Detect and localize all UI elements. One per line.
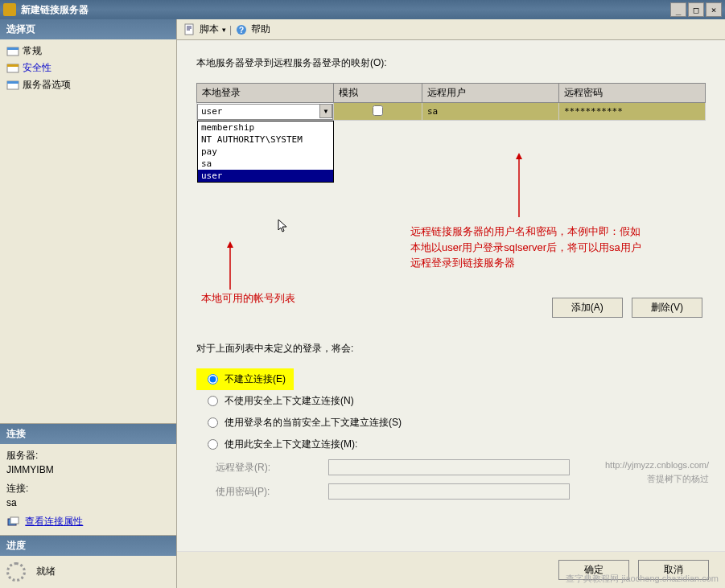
local-login-combo[interactable] <box>197 104 333 120</box>
radio-label: 使用此安全上下文建立连接(M): <box>225 438 357 451</box>
maximize-button[interactable]: □ <box>688 2 704 17</box>
window-icon <box>3 3 16 16</box>
page-security[interactable]: 安全性 <box>0 60 176 76</box>
dropdown-item[interactable]: sa <box>198 158 333 170</box>
bottom-watermark: 查字典教程网 jiaocheng.chazidian.com <box>566 573 719 585</box>
content-panel: 脚本 ▾ | ? 帮助 本地服务器登录到远程服务器登录的映射(O): 本地登录 … <box>177 19 725 588</box>
help-button[interactable]: 帮助 <box>251 23 270 36</box>
col-impersonate[interactable]: 模拟 <box>334 84 422 103</box>
page-label: 常规 <box>23 44 42 58</box>
combo-dropdown-button[interactable] <box>319 104 332 118</box>
login-mappings-table: 本地登录 模拟 远程用户 远程密码 membership NT AU <box>196 83 706 121</box>
delete-button[interactable]: 删除(V) <box>632 298 702 318</box>
dropdown-item[interactable]: membership <box>198 121 333 134</box>
page-icon <box>6 46 19 57</box>
radio-this-security[interactable] <box>208 439 218 450</box>
link-icon <box>6 516 19 528</box>
radio-label: 不使用安全上下文建立连接(N) <box>225 394 354 408</box>
view-connection-link[interactable]: 查看连接属性 <box>25 515 83 528</box>
radio-label: 不建立连接(E) <box>225 372 286 386</box>
server-value: JIMMYIBM <box>6 464 170 475</box>
remote-login-label: 远程登录(R): <box>216 461 328 475</box>
window-title: 新建链接服务器 <box>21 3 669 17</box>
progress-spinner-icon <box>6 562 26 582</box>
mapping-label: 本地服务器登录到远程服务器登录的映射(O): <box>196 56 706 70</box>
select-page-header: 选择页 <box>0 19 176 39</box>
undefined-logins-label: 对于上面列表中未定义的登录，将会: <box>196 342 706 356</box>
radio-current-security[interactable] <box>208 417 218 428</box>
remote-login-input <box>328 459 570 475</box>
server-label: 服务器: <box>6 449 170 463</box>
radio-no-connect-row[interactable]: 不建立连接(E) <box>196 368 294 390</box>
col-local-login[interactable]: 本地登录 <box>197 84 334 103</box>
annotation-arrow-icon <box>511 153 527 217</box>
use-password-label: 使用密码(P): <box>216 485 328 499</box>
toolbar: 脚本 ▾ | ? 帮助 <box>177 19 725 40</box>
col-remote-user[interactable]: 远程用户 <box>422 84 559 103</box>
svg-marker-12 <box>227 241 233 248</box>
radio-this-security-row[interactable]: 使用此安全上下文建立连接(M): <box>196 434 706 455</box>
col-remote-password[interactable]: 远程密码 <box>559 84 706 103</box>
annotation-arrow-icon <box>222 241 238 290</box>
script-button[interactable]: 脚本 <box>200 23 219 36</box>
page-icon <box>6 63 19 74</box>
script-dropdown[interactable]: ▾ <box>222 26 226 34</box>
titlebar: 新建链接服务器 _ □ × <box>0 0 725 19</box>
page-general[interactable]: 常规 <box>0 43 176 60</box>
annotation-remote-creds: 远程链接服务器的用户名和密码，本例中即：假如 本地以user用户登录sqlser… <box>410 224 641 271</box>
progress-header: 进度 <box>0 536 176 556</box>
add-button[interactable]: 添加(A) <box>552 298 623 318</box>
radio-no-connect[interactable] <box>208 374 218 384</box>
page-label: 服务器选项 <box>23 78 71 92</box>
footer: 确定 取消 查字典教程网 jiaocheng.chazidian.com <box>177 551 725 588</box>
radio-current-security-row[interactable]: 使用登录名的当前安全上下文建立连接(S) <box>196 412 706 434</box>
radio-no-security[interactable] <box>208 396 218 406</box>
progress-status: 就绪 <box>36 565 56 577</box>
svg-rect-3 <box>7 64 19 67</box>
connection-header: 连接 <box>0 424 176 444</box>
radio-label: 使用登录名的当前安全上下文建立连接(S) <box>225 416 402 430</box>
table-row[interactable]: membership NT AUTHORITY\SYSTEM pay sa us… <box>197 103 706 121</box>
remote-user-cell[interactable]: sa <box>422 106 558 117</box>
help-icon: ? <box>235 23 248 36</box>
svg-rect-7 <box>10 517 19 524</box>
impersonate-checkbox[interactable] <box>373 105 383 116</box>
svg-marker-14 <box>516 153 522 159</box>
svg-rect-1 <box>7 47 19 50</box>
minimize-button[interactable]: _ <box>670 2 686 17</box>
use-password-input <box>328 483 570 500</box>
local-login-dropdown: membership NT AUTHORITY\SYSTEM pay sa us… <box>197 121 334 183</box>
page-server-options[interactable]: 服务器选项 <box>0 76 176 93</box>
remote-password-cell[interactable]: *********** <box>559 106 705 117</box>
connection-label: 连接: <box>6 482 170 495</box>
radio-no-security-row[interactable]: 不使用安全上下文建立连接(N) <box>196 390 706 412</box>
dropdown-item[interactable]: pay <box>198 146 333 158</box>
watermark: http://yjmyzz.cnblogs.com/ 菩提树下的杨过 <box>605 458 709 485</box>
svg-rect-5 <box>7 81 19 84</box>
close-button[interactable]: × <box>706 2 722 17</box>
page-icon <box>6 80 19 91</box>
script-icon <box>183 23 196 36</box>
sidebar: 选择页 常规 安全性 服务器选项 连接 服务器: JIMMYIBM 连接: sa <box>0 19 177 588</box>
dropdown-item[interactable]: user <box>198 170 333 182</box>
svg-text:?: ? <box>239 26 244 35</box>
page-label: 安全性 <box>23 61 51 75</box>
cursor-icon <box>278 219 289 235</box>
dropdown-item[interactable]: NT AUTHORITY\SYSTEM <box>198 134 333 146</box>
annotation-local-accounts: 本地可用的帐号列表 <box>201 291 295 306</box>
connection-value: sa <box>6 497 170 508</box>
